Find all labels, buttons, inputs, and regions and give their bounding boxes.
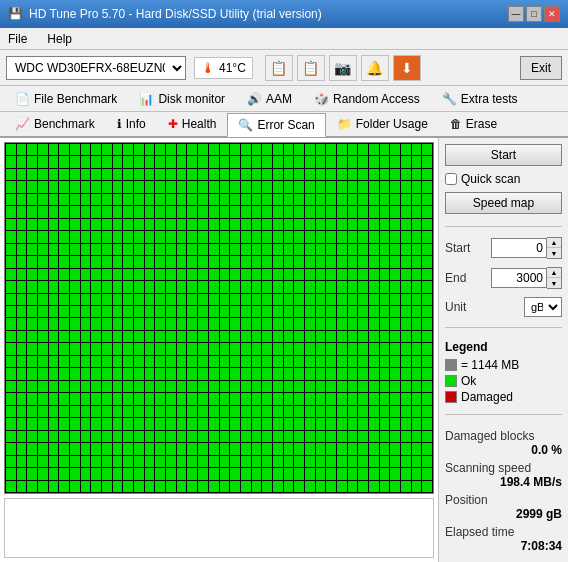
grid-cell — [262, 306, 272, 317]
grid-cell — [220, 306, 230, 317]
start-button[interactable]: Start — [445, 144, 562, 166]
grid-cell — [17, 281, 27, 292]
grid-cell — [145, 206, 155, 217]
grid-cell — [145, 181, 155, 192]
grid-cell — [412, 368, 422, 379]
menu-help[interactable]: Help — [43, 30, 76, 48]
scanning-speed-value: 198.4 MB/s — [445, 475, 562, 489]
benchmark-icon: 📈 — [15, 117, 30, 131]
grid-cell — [380, 356, 390, 367]
grid-cell — [358, 244, 368, 255]
grid-cell — [38, 256, 48, 267]
grid-cell — [187, 481, 197, 492]
grid-cell — [262, 269, 272, 280]
drive-selector[interactable]: WDC WD30EFRX-68EUZN0 (3000 GB) — [6, 56, 186, 80]
grid-cell — [241, 169, 251, 180]
title-bar-content: 💾 HD Tune Pro 5.70 - Hard Disk/SSD Utili… — [8, 7, 322, 21]
grid-cell — [209, 318, 219, 329]
nav-disk-monitor[interactable]: 📊 Disk monitor — [128, 87, 236, 111]
grid-cell — [102, 231, 112, 242]
grid-cell — [198, 281, 208, 292]
grid-cell — [70, 231, 80, 242]
stat-damaged-blocks: Damaged blocks 0.0 % — [445, 429, 562, 457]
tab-benchmark[interactable]: 📈 Benchmark — [4, 112, 106, 136]
grid-cell — [422, 181, 432, 192]
grid-cell — [49, 169, 59, 180]
grid-cell — [230, 431, 240, 442]
position-label: Position — [445, 493, 562, 507]
grid-cell — [380, 393, 390, 404]
grid-cell — [145, 443, 155, 454]
nav-random-access[interactable]: 🎲 Random Access — [303, 87, 431, 111]
end-input[interactable] — [491, 268, 547, 288]
grid-cell — [380, 456, 390, 467]
start-spin-up[interactable]: ▲ — [547, 238, 561, 248]
end-spin-down[interactable]: ▼ — [547, 278, 561, 288]
grid-cell — [70, 181, 80, 192]
grid-cell — [284, 306, 294, 317]
grid-cell — [369, 244, 379, 255]
grid-cell — [198, 356, 208, 367]
grid-cell — [49, 343, 59, 354]
grid-cell — [401, 431, 411, 442]
grid-cell — [166, 156, 176, 167]
grid-cell — [337, 206, 347, 217]
toolbar-icon-3[interactable]: 📷 — [329, 55, 357, 81]
close-button[interactable]: ✕ — [544, 6, 560, 22]
grid-cell — [412, 244, 422, 255]
toolbar-icon-4[interactable]: 🔔 — [361, 55, 389, 81]
grid-cell — [166, 181, 176, 192]
grid-cell — [316, 393, 326, 404]
grid-cell — [380, 144, 390, 155]
grid-cell — [166, 381, 176, 392]
toolbar-icon-2[interactable]: 📋 — [297, 55, 325, 81]
quick-scan-checkbox[interactable] — [445, 173, 457, 185]
grid-cell — [294, 206, 304, 217]
start-input[interactable] — [491, 238, 547, 258]
grid-cell — [38, 306, 48, 317]
grid-cell — [81, 219, 91, 230]
grid-cell — [209, 406, 219, 417]
maximize-button[interactable]: □ — [526, 6, 542, 22]
nav-aam[interactable]: 🔊 AAM — [236, 87, 303, 111]
start-spin-down[interactable]: ▼ — [547, 248, 561, 258]
grid-cell — [187, 368, 197, 379]
toolbar-icon-1[interactable]: 📋 — [265, 55, 293, 81]
grid-cell — [326, 331, 336, 342]
start-spinner[interactable]: ▲ ▼ — [547, 237, 562, 259]
tab-erase[interactable]: 🗑 Erase — [439, 112, 508, 136]
tab-error-scan[interactable]: 🔍 Error Scan — [227, 113, 325, 137]
speed-map-button[interactable]: Speed map — [445, 192, 562, 214]
grid-cell — [166, 269, 176, 280]
grid-cell — [380, 244, 390, 255]
random-access-label: Random Access — [333, 92, 420, 106]
nav-file-benchmark[interactable]: 📄 File Benchmark — [4, 87, 128, 111]
tab-health[interactable]: ✚ Health — [157, 112, 228, 136]
menu-file[interactable]: File — [4, 30, 31, 48]
exit-button[interactable]: Exit — [520, 56, 562, 80]
nav-extra-tests[interactable]: 🔧 Extra tests — [431, 87, 529, 111]
grid-cell — [59, 481, 69, 492]
grid-cell — [390, 144, 400, 155]
tab-folder-usage[interactable]: 📁 Folder Usage — [326, 112, 439, 136]
end-spin-up[interactable]: ▲ — [547, 268, 561, 278]
grid-cell — [81, 343, 91, 354]
grid-cell — [81, 393, 91, 404]
quick-scan-label[interactable]: Quick scan — [461, 172, 520, 186]
grid-cell — [316, 269, 326, 280]
grid-cell — [284, 368, 294, 379]
minimize-button[interactable]: — — [508, 6, 524, 22]
tab-info[interactable]: ℹ Info — [106, 112, 157, 136]
grid-cell — [49, 368, 59, 379]
grid-cell — [358, 343, 368, 354]
grid-cell — [401, 156, 411, 167]
grid-cell — [91, 356, 101, 367]
grid-cell — [337, 393, 347, 404]
unit-select[interactable]: gB MB — [524, 297, 562, 317]
end-spinner[interactable]: ▲ ▼ — [547, 267, 562, 289]
grid-cell — [422, 306, 432, 317]
window-controls[interactable]: — □ ✕ — [508, 6, 560, 22]
grid-cell — [220, 294, 230, 305]
grid-cell — [49, 443, 59, 454]
toolbar-icon-5[interactable]: ⬇ — [393, 55, 421, 81]
